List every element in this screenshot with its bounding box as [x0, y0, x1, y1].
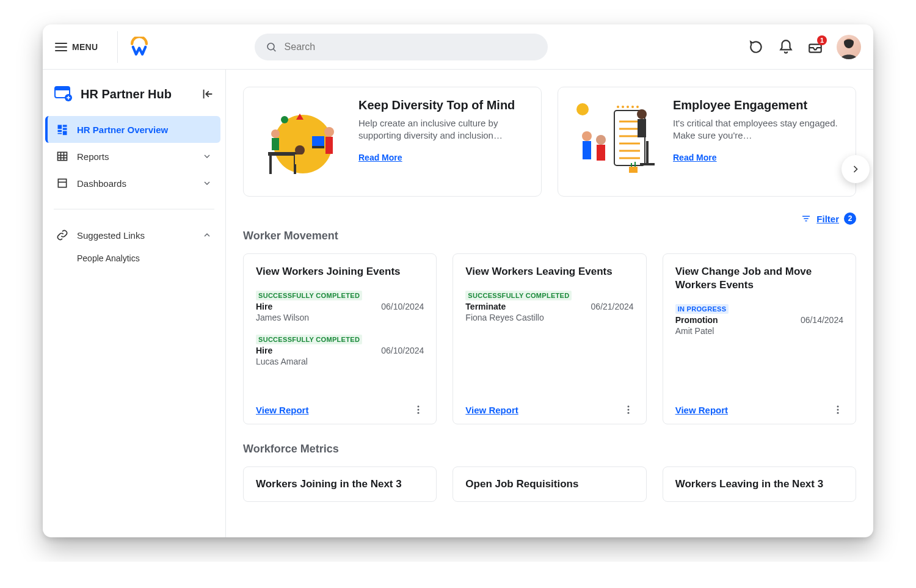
metric-workers-joining: Workers Joining in the Next 3: [243, 466, 437, 502]
event-action: Promotion: [675, 315, 718, 325]
avatar[interactable]: [837, 35, 861, 59]
chevron-down-icon: [202, 178, 212, 188]
svg-point-43: [582, 131, 592, 141]
sidebar: HR Partner Hub HR Partner Overview Repor…: [43, 70, 226, 537]
card-footer: View Report: [675, 398, 843, 415]
chevron-up-icon: [202, 230, 212, 240]
divider: [117, 31, 118, 63]
svg-point-64: [627, 409, 629, 411]
divider: [54, 209, 214, 209]
svg-point-53: [627, 106, 629, 108]
svg-point-63: [627, 405, 629, 407]
nav-suggested-links[interactable]: Suggested Links: [48, 222, 220, 249]
promo-engagement: Employee Engagement It's critical that e…: [558, 87, 856, 197]
svg-rect-14: [63, 131, 67, 136]
kebab-menu-button[interactable]: [623, 404, 634, 415]
metric-title: Open Job Requisitions: [465, 478, 633, 490]
svg-rect-31: [295, 154, 305, 164]
svg-rect-15: [58, 152, 67, 160]
promo-desc: Help create an inclusive culture by supp…: [358, 117, 528, 142]
view-report-link[interactable]: View Report: [256, 405, 308, 415]
event-action: Hire: [256, 302, 272, 311]
section-title-worker-movement: Worker Movement: [243, 230, 856, 242]
card-title: View Change Job and Move Workers Events: [675, 265, 843, 292]
metric-title: Workers Joining in the Next 3: [256, 478, 424, 490]
svg-rect-11: [63, 128, 67, 130]
svg-rect-50: [640, 163, 655, 165]
hub-header: HR Partner Hub: [43, 81, 225, 114]
suggested-sublist: People Analytics: [48, 249, 220, 268]
event-row: IN PROGRESS Promotion06/14/2024 Amit Pat…: [675, 303, 843, 336]
svg-point-28: [271, 129, 280, 138]
event-date: 06/10/2024: [381, 302, 424, 311]
event-person: Lucas Amaral: [256, 357, 424, 366]
read-more-link[interactable]: Read More: [673, 153, 717, 162]
table-icon: [56, 150, 68, 162]
topbar: MENU 1: [43, 24, 873, 70]
view-report-link[interactable]: View Report: [675, 405, 728, 415]
filter-link[interactable]: Filter: [816, 214, 839, 224]
chevron-right-icon: [849, 163, 862, 175]
illustration-diversity: [257, 98, 349, 184]
read-more-link[interactable]: Read More: [358, 153, 402, 162]
nav-dashboards[interactable]: Dashboards: [48, 170, 220, 197]
chat-icon: [749, 39, 765, 55]
view-report-link[interactable]: View Report: [465, 405, 518, 415]
app-frame: MENU 1: [43, 24, 873, 537]
promo-body: Employee Engagement It's critical that e…: [673, 98, 842, 185]
body: HR Partner Hub HR Partner Overview Repor…: [43, 70, 873, 537]
collapse-sidebar-button[interactable]: [201, 87, 214, 101]
svg-point-54: [631, 106, 634, 108]
kebab-menu-button[interactable]: [413, 404, 424, 415]
svg-point-32: [324, 127, 334, 137]
sub-link-people-analytics[interactable]: People Analytics: [77, 249, 220, 268]
notifications-button[interactable]: [778, 39, 794, 55]
svg-point-62: [418, 412, 420, 414]
svg-point-45: [596, 135, 606, 145]
svg-point-65: [627, 412, 629, 414]
suggested-links: Suggested Links People Analytics: [43, 219, 225, 270]
event-action: Terminate: [465, 302, 506, 311]
logo[interactable]: [129, 37, 150, 57]
status-badge: SUCCESSFULLY COMPLETED: [465, 291, 572, 300]
kebab-menu-button[interactable]: [832, 404, 843, 415]
bell-icon: [778, 39, 794, 55]
menu-button[interactable]: MENU: [55, 42, 106, 52]
svg-point-30: [295, 145, 305, 155]
svg-rect-26: [312, 136, 324, 146]
svg-rect-5: [55, 87, 70, 90]
svg-rect-12: [58, 130, 62, 132]
search-bar[interactable]: [255, 34, 548, 60]
carousel-next-button[interactable]: [841, 155, 870, 183]
nav-hr-partner-overview[interactable]: HR Partner Overview: [45, 116, 220, 143]
nav-label: Dashboards: [77, 178, 126, 189]
svg-point-51: [617, 106, 619, 108]
event-person: Amit Patel: [675, 326, 843, 336]
card-change-job: View Change Job and Move Workers Events …: [663, 253, 856, 424]
event-person: Fiona Reyes Castillo: [465, 313, 633, 322]
nav-label: Reports: [77, 151, 109, 162]
chevron-down-icon: [202, 151, 212, 161]
search-input[interactable]: [285, 42, 537, 53]
svg-rect-49: [646, 141, 649, 165]
link-icon: [56, 229, 68, 241]
hub-title: HR Partner Hub: [81, 87, 194, 101]
inbox-button[interactable]: 1: [807, 39, 823, 55]
svg-point-0: [267, 43, 274, 49]
hamburger-icon: [55, 43, 67, 51]
svg-point-68: [837, 412, 838, 414]
chat-button[interactable]: [749, 39, 765, 55]
filter-bar: Filter 2: [243, 212, 856, 225]
nav-reports[interactable]: Reports: [48, 143, 220, 170]
inbox-badge: 1: [817, 35, 827, 45]
event-row: SUCCESSFULLY COMPLETED Hire06/10/2024 Ja…: [256, 289, 424, 322]
svg-rect-46: [597, 145, 605, 161]
metric-title: Workers Leaving in the Next 3: [675, 478, 843, 490]
svg-rect-56: [629, 167, 638, 173]
section-title-workforce-metrics: Workforce Metrics: [243, 443, 856, 456]
promo-title: Employee Engagement: [673, 98, 842, 112]
event-date: 06/21/2024: [591, 302, 634, 311]
card-title: View Workers Leaving Events: [465, 265, 633, 278]
svg-point-34: [281, 116, 288, 123]
search-container: [255, 34, 548, 60]
